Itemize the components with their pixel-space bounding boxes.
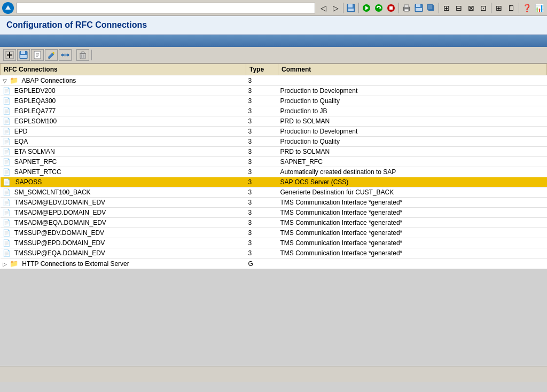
- entry-name: TMSSUP@EDV.DOMAIN_EDV: [14, 229, 104, 237]
- entry-name: EPD: [14, 128, 28, 135]
- doc-icon: 📄: [3, 209, 11, 216]
- rfc-table: RFC Connections Type Comment ▽ 📁 ABAP Co…: [0, 64, 547, 269]
- table-row[interactable]: 📄 SAPNET_RTCC 3 Automatically created de…: [1, 167, 547, 177]
- entry-type: 3: [246, 116, 278, 127]
- group-row[interactable]: ▽ 📁 ABAP Connections 3: [1, 75, 547, 86]
- svg-rect-34: [80, 53, 85, 59]
- entry-type: 3: [246, 248, 278, 258]
- table-header-row: RFC Connections Type Comment: [1, 64, 547, 75]
- entry-comment: Production to JB: [278, 106, 547, 116]
- doc-icon: 📄: [3, 168, 11, 176]
- help-icon[interactable]: ❓: [521, 2, 533, 14]
- entry-type: 3: [246, 177, 278, 187]
- sap-logo: [2, 2, 14, 14]
- doc-icon: 📄: [3, 178, 11, 186]
- print-icon[interactable]: [401, 2, 412, 14]
- entry-name: TMSADM@EQA.DOMAIN_EDV: [14, 219, 106, 226]
- grid-icon[interactable]: ⊞: [493, 2, 505, 14]
- table-row[interactable]: 📄 TMSADM@EPD.DOMAIN_EDV 3 TMS Communicat…: [1, 208, 547, 218]
- entry-type: 3: [246, 86, 278, 96]
- refresh-icon[interactable]: [373, 2, 385, 14]
- table-row[interactable]: 📄 TMSADM@EQA.DOMAIN_EDV 3 TMS Communicat…: [1, 218, 547, 228]
- entry-comment: Production to Quality: [278, 96, 547, 106]
- table-row[interactable]: 📄 SAPOSS 3 SAP OCS Server (CSS): [1, 177, 547, 187]
- doc-icon: 📄: [3, 189, 11, 196]
- entry-comment: TMS Communication Interface *generated*: [278, 198, 547, 208]
- table-row[interactable]: 📄 EGPLEQA777 3 Production to JB: [1, 106, 547, 116]
- entry-name: EGPLSOM100: [14, 117, 57, 125]
- new-button[interactable]: [31, 49, 44, 61]
- entry-comment: PRD to SOLMAN: [278, 147, 547, 157]
- table-row[interactable]: 📄 TMSSUP@EQA.DOMAIN_EDV 3 TMS Communicat…: [1, 248, 547, 258]
- entry-comment: TMS Communication Interface *generated*: [278, 248, 547, 258]
- table-wrapper: RFC Connections Type Comment ▽ 📁 ABAP Co…: [0, 64, 547, 366]
- entry-comment: Generierte Destination für CUST_BACK: [278, 187, 547, 198]
- col-header-connections: RFC Connections: [1, 64, 246, 75]
- entry-type: 3: [246, 187, 278, 198]
- table-row[interactable]: 📄 TMSSUP@EPD.DOMAIN_EDV 3 TMS Communicat…: [1, 238, 547, 248]
- info-icon[interactable]: 📊: [533, 2, 545, 14]
- command-input[interactable]: [16, 3, 315, 13]
- folder-icon: 📁: [10, 76, 18, 84]
- save2-icon[interactable]: [413, 2, 425, 14]
- save-icon[interactable]: [345, 2, 357, 14]
- status-bar: [0, 366, 547, 382]
- doc-icon: 📄: [3, 97, 11, 105]
- table-row[interactable]: 📄 EGPLSOM100 3 PRD to SOLMAN: [1, 116, 547, 127]
- page-title: Configuration of RFC Connections: [6, 20, 541, 30]
- entry-type: 3: [246, 127, 278, 137]
- svg-point-29: [61, 54, 64, 56]
- edit-button[interactable]: [45, 49, 58, 61]
- table-row[interactable]: 📄 ETA SOLMAN 3 PRD to SOLMAN: [1, 147, 547, 157]
- back-icon[interactable]: ◁: [317, 2, 329, 14]
- table-row[interactable]: 📄 EGPLEQA300 3 Production to Quality: [1, 96, 547, 106]
- entry-comment: PRD to SOLMAN: [278, 116, 547, 127]
- green-go-icon[interactable]: [361, 2, 372, 14]
- entry-name: TMSADM@EPD.DOMAIN_EDV: [14, 209, 106, 216]
- table-row[interactable]: 📄 TMSADM@EDV.DOMAIN_EDV 3 TMS Communicat…: [1, 198, 547, 208]
- entry-type: 3: [246, 238, 278, 248]
- delete-button[interactable]: [76, 49, 89, 61]
- entry-comment: SAP OCS Server (CSS): [278, 177, 547, 187]
- misc2-icon[interactable]: ⊟: [453, 2, 465, 14]
- entry-comment: TMS Communication Interface *generated*: [278, 238, 547, 248]
- misc1-icon[interactable]: ⊞: [441, 2, 452, 14]
- col-header-type: Type: [246, 64, 278, 75]
- svg-rect-22: [21, 51, 25, 54]
- table-row[interactable]: 📄 TMSSUP@EDV.DOMAIN_EDV 3 TMS Communicat…: [1, 228, 547, 238]
- entry-name: TMSADM@EDV.DOMAIN_EDV: [14, 199, 105, 206]
- svg-rect-2: [348, 4, 353, 7]
- entry-type: 3: [246, 137, 278, 147]
- triangle-icon: ▽: [3, 78, 7, 84]
- doc-icon: 📄: [3, 107, 11, 115]
- svg-rect-15: [416, 8, 422, 11]
- misc3-icon[interactable]: ⊠: [465, 2, 477, 14]
- doc-icon: 📄: [3, 158, 11, 166]
- misc4-icon[interactable]: ⊡: [478, 2, 489, 14]
- table-row[interactable]: 📄 EPD 3 Production to Development: [1, 127, 547, 137]
- stop-icon[interactable]: [385, 2, 397, 14]
- forward-icon[interactable]: ▷: [330, 2, 341, 14]
- connection-button[interactable]: [59, 49, 72, 61]
- entry-type: 3: [246, 106, 278, 116]
- svg-rect-20: [9, 52, 10, 58]
- entry-type: 3: [246, 208, 278, 218]
- entry-comment: Automatically created destination to SAP: [278, 167, 547, 177]
- table-row[interactable]: 📄 SAPNET_RFC 3 SAPNET_RFC: [1, 157, 547, 167]
- entry-comment: Production to Quality: [278, 137, 547, 147]
- entry-comment: TMS Communication Interface *generated*: [278, 208, 547, 218]
- group-row[interactable]: ▷ 📁 HTTP Connections to External Server …: [1, 258, 547, 269]
- table-row[interactable]: 📄 EGPLEDV200 3 Production to Development: [1, 86, 547, 96]
- save-button[interactable]: [17, 49, 30, 61]
- entry-name: TMSSUP@EPD.DOMAIN_EDV: [14, 239, 105, 247]
- entry-name: EGPLEQA300: [14, 97, 56, 105]
- table-row[interactable]: 📄 EQA 3 Production to Quality: [1, 137, 547, 147]
- doc-icon: 📄: [3, 128, 11, 135]
- table-icon[interactable]: 🗒: [505, 2, 517, 14]
- table-row[interactable]: 📄 SM_SOMCLNT100_BACK 3 Generierte Destin…: [1, 187, 547, 198]
- svg-rect-17: [427, 4, 433, 10]
- group-comment: [278, 258, 547, 269]
- copy-icon[interactable]: [425, 2, 437, 14]
- expand-all-button[interactable]: [3, 49, 16, 61]
- doc-icon: 📄: [3, 239, 11, 247]
